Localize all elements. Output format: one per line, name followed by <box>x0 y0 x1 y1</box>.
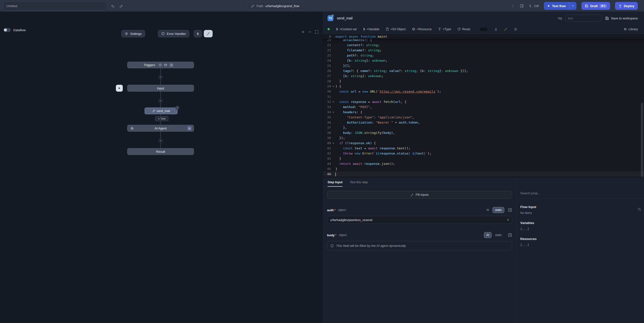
zoom-out-button[interactable] <box>307 29 313 35</box>
code-line[interactable]: 46 <box>322 171 644 177</box>
expand-editor-icon[interactable] <box>508 233 512 237</box>
undo-button[interactable] <box>110 3 116 9</box>
code-line[interactable]: 33 method: "POST", <box>322 104 644 110</box>
insert-step-button[interactable]: + <box>158 139 163 143</box>
dataflow-switch[interactable] <box>4 28 11 32</box>
code-line[interactable]: 21 content?: string; <box>322 43 644 48</box>
context-variables-button[interactable]: $ <box>194 30 202 37</box>
code-line[interactable]: 26 tags?: { name?: string; value?: strin… <box>322 68 644 74</box>
tab-test-this-step[interactable]: Test this step <box>350 178 368 187</box>
code-line[interactable]: 37 }, <box>322 125 644 130</box>
code-line[interactable]: 30 const url = new URL(`https://api.rese… <box>322 89 644 94</box>
assistant-status-pill[interactable] <box>480 27 488 32</box>
deploy-button[interactable]: Deploy <box>615 2 638 10</box>
editor-settings-button[interactable] <box>514 28 517 31</box>
insert-step-button[interactable]: + <box>158 99 163 103</box>
flow-canvas[interactable]: Dataflow Settings Error Handler $ + + + … <box>0 12 322 323</box>
add-type-button[interactable]: +Type <box>438 28 451 31</box>
code-line[interactable]: 44 return await response.json(); <box>322 161 644 166</box>
editor-scrollbar[interactable] <box>641 103 643 177</box>
static-mode-button[interactable]: static <box>492 232 504 238</box>
save-to-workspace-button[interactable]: Save to workspace <box>605 17 638 20</box>
clear-value-icon[interactable] <box>506 218 510 221</box>
expand-editor-icon[interactable] <box>508 208 512 212</box>
language-settings-gear-icon[interactable] <box>332 14 334 17</box>
more-options-button[interactable] <box>511 4 515 8</box>
ai-mode-button[interactable]: AI <box>484 207 492 213</box>
deploy-label: Deploy <box>624 4 634 8</box>
fold-chevron-icon[interactable]: ▾ <box>331 99 336 104</box>
test-flow-dropdown-button[interactable] <box>569 2 576 10</box>
redo-button[interactable] <box>118 3 124 9</box>
download-code-button[interactable] <box>494 28 498 31</box>
static-mode-button[interactable]: static <box>492 207 504 213</box>
ai-assistant-button[interactable] <box>504 28 508 31</box>
flow-path-group[interactable]: Path u/farhadglbs/grand_flow <box>248 2 303 10</box>
run-from-input-button[interactable] <box>116 85 123 92</box>
diff-button[interactable]: Diff <box>528 4 539 8</box>
code-editor[interactable]: 20 attachments?: {21 content?: string;22… <box>322 34 644 178</box>
add-resource-button[interactable]: +Resource <box>412 28 432 31</box>
node-send-mail[interactable]: send_mail <box>144 108 178 114</box>
remove-tool-button[interactable] <box>175 106 179 110</box>
code-line[interactable]: 23 path?: string; <box>322 53 644 58</box>
test-flow-button-group: Test flow <box>544 2 576 10</box>
code-line[interactable]: 22 filename?: string; <box>322 48 644 53</box>
reset-code-button[interactable]: Reset <box>458 28 470 31</box>
prop-search-input[interactable] <box>520 191 640 195</box>
flow-settings-button[interactable]: Settings <box>121 30 145 37</box>
code-line[interactable]: 8export async function main( <box>322 34 644 39</box>
ai-flow-builder-button[interactable] <box>204 30 212 37</box>
code-line[interactable]: 45} <box>322 166 644 171</box>
mail-trig-icon[interactable] <box>164 63 167 67</box>
library-button[interactable]: Library <box>624 28 638 31</box>
fold-chevron-icon[interactable]: ▾ <box>331 84 336 89</box>
code-line[interactable]: 41 const text = await response.text(); <box>322 146 644 151</box>
sticky-scroll-line[interactable]: 8export async function main( <box>322 34 644 39</box>
code-line[interactable]: 42 throw new Error(`${response.status} $… <box>322 151 644 156</box>
code-line[interactable]: 34▾ headers: { <box>322 110 644 115</box>
fill-inputs-button[interactable]: Fill inputs <box>327 191 512 199</box>
code-line[interactable]: 25 }[]; <box>322 63 644 68</box>
auth-value-input[interactable] <box>327 216 512 224</box>
code-line[interactable]: 29▾) { <box>322 84 644 89</box>
toggle-panel-button[interactable] <box>520 4 524 8</box>
code-line[interactable]: 36 Authorization: "Bearer " + auth.token… <box>322 120 644 125</box>
test-flow-button[interactable]: Test flow <box>544 2 569 10</box>
fold-chevron-icon[interactable]: ▾ <box>331 141 336 146</box>
code-line[interactable]: 27 [k: string]: unknown; <box>322 74 644 79</box>
ai-mode-button[interactable]: AI <box>484 232 492 238</box>
code-line[interactable]: 35 "Content-Type": "application/json", <box>322 115 644 120</box>
schedule-clock-icon[interactable] <box>158 63 162 67</box>
error-handler-button[interactable]: Error Handler <box>158 30 189 37</box>
add-variable-button[interactable]: $ +Variable <box>363 27 379 31</box>
tab-step-input[interactable]: Step Input <box>328 178 342 187</box>
draft-button[interactable]: Draft ⌘S <box>582 2 610 10</box>
add-trigger-button[interactable]: + <box>170 63 173 67</box>
node-input[interactable]: Input <box>127 85 194 92</box>
flow-summary-input[interactable] <box>3 2 106 10</box>
code-line[interactable]: 28 } <box>322 79 644 84</box>
code-line[interactable]: 38 body: JSON.stringify(body), <box>322 130 644 135</box>
fold-chevron-icon[interactable]: ▾ <box>331 110 336 115</box>
search-icon[interactable] <box>638 208 641 211</box>
add-tool-button[interactable]: + Tool <box>155 116 168 121</box>
code-line[interactable]: 39 }); <box>322 135 644 141</box>
node-triggers[interactable]: Triggers + <box>127 62 194 68</box>
tag-input[interactable] <box>565 15 602 22</box>
insert-step-button[interactable]: + <box>158 75 163 79</box>
code-line[interactable]: 40▾ if (!response.ok) { <box>322 141 644 146</box>
fit-view-button[interactable] <box>314 29 320 35</box>
code-line[interactable]: 32▾ const response = await fetch(url, { <box>322 99 644 104</box>
code-line[interactable]: 24 [k: string]: unknown; <box>322 58 644 63</box>
prop-section-value[interactable]: {...} <box>520 243 640 247</box>
add-s3-object-button[interactable]: +S3 Object <box>386 28 406 31</box>
node-ai-agent[interactable]: AI Agent a <box>127 125 194 132</box>
prop-section-value[interactable]: {...} <box>520 227 640 231</box>
code-line[interactable]: 31 <box>322 94 644 99</box>
node-result[interactable]: Result <box>127 148 194 155</box>
prop-section-flow-input: Flow InputNo items <box>517 199 644 215</box>
zoom-in-button[interactable] <box>300 29 306 35</box>
add-context-var-button[interactable]: $ +Context var <box>336 27 357 31</box>
code-line[interactable]: 43 } <box>322 156 644 161</box>
